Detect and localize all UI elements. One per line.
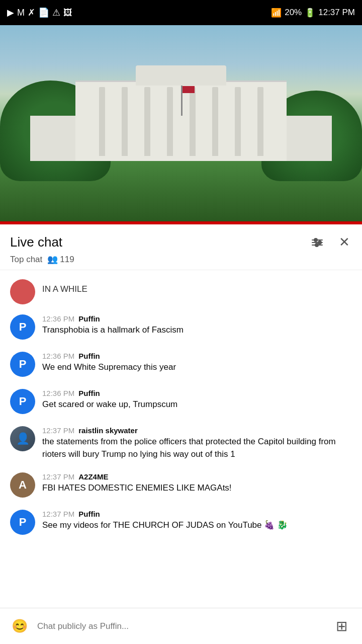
avatar-letter: P [19, 395, 27, 408]
avatar: P [10, 352, 35, 377]
message-meta: 12:37 PM Puffin [42, 510, 352, 518]
media-icon: M [17, 8, 25, 18]
youtube-icon: ▶ [7, 7, 14, 18]
message-meta: 12:36 PM Puffin [42, 389, 352, 397]
video-player[interactable] [0, 25, 362, 221]
send-icon: ⊞ [336, 618, 347, 634]
message-content: 12:36 PM Puffin We end White Supremacy t… [42, 352, 352, 374]
message-text: See my videos for THE CHURCH OF JUDAS on… [42, 519, 352, 532]
partial-message-text: IN A WHILE [42, 279, 87, 294]
avatar [10, 279, 35, 304]
avatar: P [10, 314, 35, 340]
white-house-roof [136, 65, 226, 86]
header-action-icons: ✕ [308, 232, 352, 252]
message-text: the statements from the police officers … [42, 436, 352, 460]
emoji-icon: 😊 [12, 618, 28, 634]
status-right-info: 📶 20% 🔋 12:37 PM [271, 8, 355, 18]
message-meta: 12:37 PM A2Z4ME [42, 472, 352, 481]
wifi-icon: 📶 [271, 8, 282, 18]
message-content: 12:37 PM Puffin See my videos for THE CH… [42, 510, 352, 532]
slider-line-1 [312, 239, 323, 240]
message-content: 12:36 PM Puffin Get scared or wake up, T… [42, 389, 352, 411]
message-author: A2Z4ME [78, 472, 108, 481]
message-text-content: See my videos for THE CHURCH OF JUDAS on… [42, 520, 288, 530]
message-text: We end White Supremacy this year [42, 361, 352, 374]
header-row-subtitle: Top chat 👥 119 [10, 254, 352, 265]
list-item: P 12:36 PM Puffin Transphobia is a hallm… [0, 308, 362, 346]
message-content: 12:36 PM Puffin Transphobia is a hallmar… [42, 314, 352, 337]
message-author: Puffin [78, 314, 100, 323]
live-chat-title: Live chat [10, 234, 62, 250]
column [235, 87, 241, 156]
message-time: 12:36 PM [42, 389, 74, 397]
avatar-letter: P [19, 358, 27, 371]
message-author: raistlin skywater [78, 426, 138, 435]
avatar: P [10, 510, 35, 535]
message-author: Puffin [78, 352, 100, 360]
battery-text: 20% [285, 8, 302, 18]
viewer-count: 👥 119 [47, 254, 74, 265]
flag [183, 86, 195, 93]
close-chat-button[interactable]: ✕ [337, 232, 352, 252]
message-time: 12:36 PM [42, 314, 74, 323]
list-item: P 12:36 PM Puffin Get scared or wake up,… [0, 383, 362, 420]
message-content: 12:37 PM A2Z4ME FBI HATES DOMESTIC ENEMI… [42, 472, 352, 495]
column [257, 87, 263, 156]
message-time: 12:37 PM [42, 426, 74, 435]
battery-icon: 🔋 [305, 8, 315, 18]
send-money-button[interactable]: ⊞ [329, 615, 354, 638]
viewer-icon: 👥 [47, 254, 58, 265]
avatar: P [10, 389, 35, 414]
partial-message: IN A WHILE [0, 275, 362, 308]
avatar-letter: P [19, 320, 27, 334]
emoji-picker-button[interactable]: 😊 [8, 615, 31, 638]
bottom-spacer [0, 541, 362, 581]
column [212, 87, 218, 156]
column [99, 87, 105, 156]
list-item: P 12:37 PM Puffin See my videos for THE … [0, 504, 362, 541]
chat-input[interactable] [37, 615, 323, 638]
alert-icon: ⚠ [52, 7, 60, 18]
header-row-title: Live chat ✕ [10, 232, 352, 252]
message-text: Transphobia is a hallmark of Fascism [42, 324, 352, 337]
live-chat-header: Live chat ✕ Top chat 👥 119 [0, 224, 362, 270]
column [190, 87, 196, 156]
top-chat-label: Top chat [10, 255, 42, 265]
chat-messages-container: IN A WHILE P 12:36 PM Puffin Transphobia… [0, 270, 362, 586]
image-icon: 🖼 [63, 8, 72, 18]
list-item: P 12:36 PM Puffin We end White Supremacy… [0, 346, 362, 383]
message-time: 12:37 PM [42, 510, 74, 518]
message-meta: 12:36 PM Puffin [42, 352, 352, 360]
list-item: 👤 12:37 PM raistlin skywater the stateme… [0, 420, 362, 466]
column [167, 87, 173, 156]
message-author: Puffin [78, 389, 100, 397]
close-icon: ✕ [339, 234, 350, 250]
sliders-icon [310, 237, 325, 248]
avatar-letter: P [19, 516, 27, 529]
message-text: Get scared or wake up, Trumpscum [42, 398, 352, 411]
avatar-placeholder: 👤 [16, 432, 30, 445]
message-text: FBI HATES DOMESTIC ENEMIES LIKE MAGAts! [42, 482, 352, 495]
message-author: Puffin [78, 510, 100, 518]
avatar: A [10, 472, 35, 498]
time-display: 12:37 PM [318, 8, 355, 18]
column [144, 87, 150, 156]
status-bar: ▶ M ✗ 📄 ⚠ 🖼 📶 20% 🔋 12:37 PM [0, 0, 362, 25]
chat-input-bar: 😊 ⊞ [0, 608, 362, 644]
file-icon: 📄 [38, 7, 49, 18]
message-time: 12:36 PM [42, 352, 74, 360]
slider-line-3 [312, 245, 323, 246]
status-left-icons: ▶ M ✗ 📄 ⚠ 🖼 [7, 7, 72, 18]
avatar: 👤 [10, 426, 35, 451]
avatar-letter: A [19, 478, 27, 492]
phone-icon: ✗ [28, 7, 35, 18]
message-time: 12:37 PM [42, 472, 74, 481]
chat-settings-button[interactable] [308, 235, 327, 250]
message-meta: 12:36 PM Puffin [42, 314, 352, 323]
viewer-count-number: 119 [60, 255, 74, 265]
column [122, 87, 128, 156]
message-content: 12:37 PM raistlin skywater the statement… [42, 426, 352, 460]
list-item: A 12:37 PM A2Z4ME FBI HATES DOMESTIC ENE… [0, 466, 362, 504]
message-meta: 12:37 PM raistlin skywater [42, 426, 352, 435]
